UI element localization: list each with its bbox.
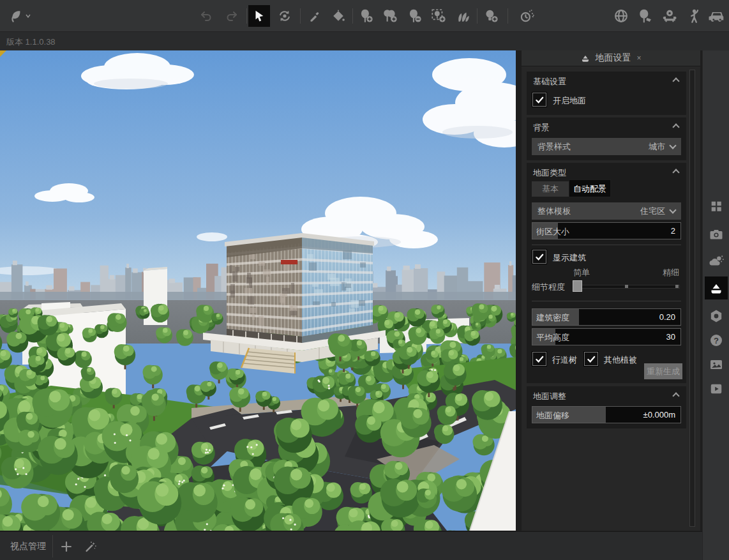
app-logo-icon (8, 8, 24, 24)
sky-globe-icon (613, 8, 629, 24)
tab-auto-scenery[interactable]: 自动配景 (569, 179, 611, 197)
panel-scrollbar[interactable] (689, 70, 695, 527)
template-value: 住宅区 (640, 206, 665, 217)
viewpoint-manager-tab[interactable]: 视点管理 (10, 541, 46, 552)
sun-time-button[interactable] (516, 5, 537, 27)
add-grass-button[interactable] (452, 5, 474, 27)
area-vegetation-button[interactable] (428, 5, 449, 27)
vehicle-asset-button[interactable] (706, 5, 728, 27)
viewport-corner-flag (0, 50, 6, 57)
panel-close-icon[interactable]: × (636, 54, 641, 63)
top-toolbar (0, 0, 729, 32)
avg-height-label: 平均高度 (536, 332, 569, 344)
slider-tick (625, 285, 628, 288)
redo-button[interactable] (221, 5, 243, 27)
street-trees-checkbox[interactable] (532, 352, 546, 366)
ai-wand-button[interactable] (82, 538, 100, 556)
block-size-field[interactable]: 街区大小 2 (532, 222, 681, 239)
section-ground-type-header[interactable]: 地面类型 (533, 167, 680, 178)
add-tree-button[interactable] (355, 5, 377, 27)
background-style-value: 城市 (649, 141, 665, 153)
add-tree-icon (357, 8, 374, 24)
show-buildings-checkbox[interactable] (532, 250, 546, 264)
select-cursor-button[interactable] (248, 5, 270, 27)
building-density-field[interactable]: 建筑密度 0.20 (532, 308, 681, 326)
paint-bucket-icon (331, 9, 345, 23)
weather-button[interactable] (705, 251, 728, 271)
plus-icon (59, 540, 73, 554)
render-settings-button[interactable] (705, 306, 728, 326)
section-ground-type: 地面类型 基本 自动配景 整体模板 住宅区 街区大小 2 显示建筑 简单 精细 … (527, 163, 686, 383)
redo-icon (224, 8, 239, 24)
detail-level-label: 细节程度 (532, 282, 565, 293)
paint-bucket-button[interactable] (327, 5, 349, 27)
check-icon (587, 354, 596, 364)
character-asset-icon (686, 8, 702, 24)
undo-icon (199, 8, 214, 24)
logo-chevron-down-icon[interactable] (23, 5, 33, 27)
ground-settings-panel: 地面设置 × 基础设置 开启地面 背景 背景样式 城市 地面类型 基本 自动配景… (522, 50, 700, 531)
version-bar: 版本 1.1.0.38 (0, 32, 729, 50)
template-label: 整体模板 (537, 206, 571, 217)
add-viewpoint-button[interactable] (57, 538, 75, 556)
undo-button[interactable] (195, 5, 217, 27)
add-light-icon (483, 8, 499, 24)
eyedropper-button[interactable] (304, 5, 326, 27)
avg-height-field[interactable]: 平均高度 30 (532, 328, 681, 345)
viewport-3d[interactable] (0, 50, 516, 531)
section-background: 背景 背景样式 城市 (527, 117, 686, 160)
vegetation-asset-button[interactable] (635, 5, 656, 27)
character-asset-button[interactable] (683, 5, 705, 27)
help-icon: ? (709, 333, 724, 348)
ground-settings-button[interactable] (705, 276, 728, 299)
section-background-header[interactable]: 背景 (533, 122, 680, 132)
show-buildings-label: 显示建筑 (553, 252, 586, 264)
screenshot-camera-button[interactable] (705, 224, 728, 245)
section-basic-header[interactable]: 基础设置 (533, 76, 680, 86)
orbit-tool-button[interactable] (274, 5, 296, 27)
avg-height-value: 30 (666, 332, 675, 342)
settings-nut-icon (709, 308, 724, 324)
background-style-label: 背景样式 (537, 141, 571, 153)
slider-tick (675, 285, 679, 288)
magic-wand-icon (84, 540, 98, 554)
add-tree-group-icon (382, 8, 398, 24)
regenerate-button[interactable]: 重新生成 (644, 363, 682, 379)
orbit-icon (277, 8, 292, 24)
divider (52, 535, 53, 557)
background-style-dropdown[interactable]: 背景样式 城市 (532, 138, 681, 155)
panel-title-text: 地面设置 (595, 52, 631, 64)
area-vegetation-icon (430, 8, 447, 24)
add-light-button[interactable] (480, 5, 502, 27)
assets-grid-button[interactable] (705, 196, 728, 216)
ground-offset-field[interactable]: 地面偏移 ±0.000m (532, 406, 681, 423)
add-tree-group-button[interactable] (379, 5, 401, 27)
panel-tab-ground-settings[interactable]: 地面设置 × (522, 50, 700, 66)
render-image-button[interactable] (705, 354, 728, 375)
eyedropper-icon (308, 9, 322, 23)
chevron-down-icon (669, 206, 676, 213)
other-vegetation-checkbox[interactable] (584, 352, 598, 366)
building-density-label: 建筑密度 (536, 312, 569, 324)
viewport-render (0, 50, 516, 531)
template-dropdown[interactable]: 整体模板 住宅区 (532, 202, 681, 220)
street-trees-label: 行道树 (552, 354, 577, 366)
remove-tree-button[interactable] (403, 5, 425, 27)
sky-globe-button[interactable] (610, 5, 632, 27)
ground-settings-icon (709, 280, 724, 296)
help-button[interactable]: ? (705, 330, 728, 351)
select-cursor-icon (252, 9, 266, 23)
remove-tree-icon (406, 8, 423, 24)
detail-level-slider-handle[interactable] (573, 280, 582, 292)
detail-min-label: 简单 (573, 267, 590, 278)
assets-grid-icon (709, 199, 723, 213)
chevron-down-icon (669, 142, 676, 149)
render-video-button[interactable] (705, 379, 728, 399)
camera-icon (709, 227, 724, 242)
sun-time-icon (518, 8, 535, 24)
furniture-asset-button[interactable] (659, 5, 680, 27)
section-ground-adjust-header[interactable]: 地面调整 (533, 391, 680, 401)
enable-ground-checkbox[interactable] (532, 93, 546, 107)
tab-basic[interactable]: 基本 (532, 181, 569, 197)
svg-text:?: ? (714, 336, 719, 345)
